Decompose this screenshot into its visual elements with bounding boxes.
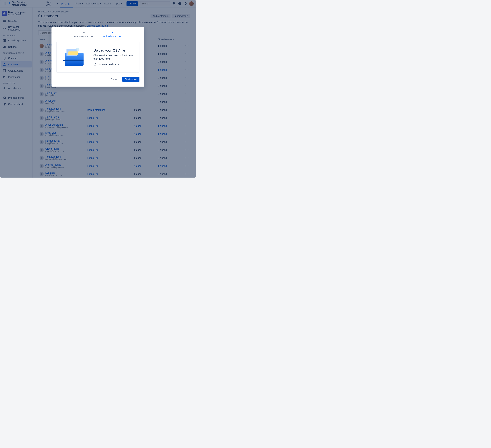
- cancel-button[interactable]: Cancel: [109, 77, 120, 82]
- step-prepare: Prepare your CSV: [74, 32, 94, 38]
- import-modal: Prepare your CSV Upload your CSV: [51, 27, 144, 87]
- svg-rect-55: [63, 59, 84, 59]
- selected-file: customerdetails.csv: [94, 63, 134, 66]
- start-import-button[interactable]: Start import: [123, 77, 140, 82]
- svg-rect-53: [68, 51, 78, 55]
- svg-point-54: [76, 48, 79, 51]
- upload-desc: Choose a file less than 1MB with less th…: [94, 54, 134, 60]
- modal-overlay: Prepare your CSV Upload your CSV: [0, 0, 196, 177]
- upload-card: Upload your CSV file Choose a file less …: [56, 42, 140, 73]
- upload-title: Upload your CSV file: [94, 48, 134, 53]
- file-icon: [94, 63, 96, 66]
- step-upload: Upload your CSV: [103, 32, 122, 38]
- svg-rect-56: [63, 60, 84, 61]
- filename: customerdetails.csv: [98, 63, 119, 66]
- upload-illustration-icon: [61, 47, 89, 67]
